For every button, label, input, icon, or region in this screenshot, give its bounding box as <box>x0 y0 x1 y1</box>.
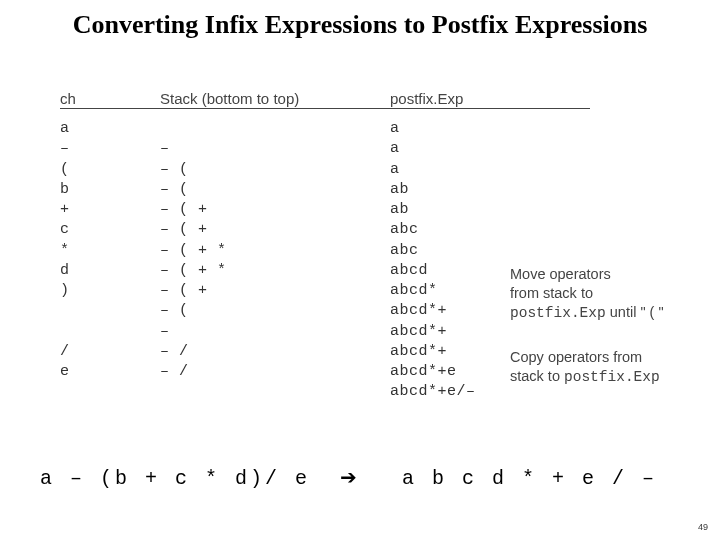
table-row: aa <box>60 119 690 139</box>
infix-expression: a – (b + c * d)/ e <box>40 467 310 490</box>
header-postfix: postfix.Exp <box>390 90 590 109</box>
expression-summary: a – (b + c * d)/ e ➔ a b c d * + e / – <box>40 465 680 490</box>
header-ch: ch <box>60 90 160 109</box>
table-row: +– ( +ab <box>60 200 690 220</box>
postfix-expression: a b c d * + e / – <box>402 467 657 490</box>
arrow-icon: ➔ <box>340 466 357 488</box>
page-title: Converting Infix Expressions to Postfix … <box>0 0 720 40</box>
table-row: ––a <box>60 139 690 159</box>
annotation-copy-operators: Copy operators from stack to postfix.Exp <box>510 348 660 387</box>
table-header-row: ch Stack (bottom to top) postfix.Exp <box>60 90 690 109</box>
table-row: c– ( +abc <box>60 220 690 240</box>
header-stack: Stack (bottom to top) <box>160 90 390 109</box>
annotation-move-operators: Move operators from stack to postfix.Exp… <box>510 265 664 323</box>
page-number: 49 <box>698 522 708 532</box>
table-row: *– ( + *abc <box>60 241 690 261</box>
table-row: (– (a <box>60 160 690 180</box>
table-row: b– (ab <box>60 180 690 200</box>
table-row: –abcd*+ <box>60 322 690 342</box>
